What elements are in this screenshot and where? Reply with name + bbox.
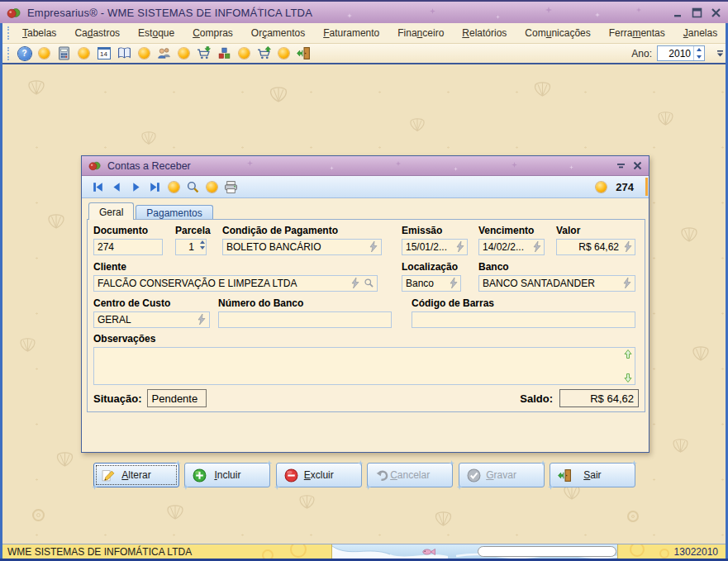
menu-item-cadastros[interactable]: Cadastros <box>65 24 129 42</box>
menu-item-compras[interactable]: Compras <box>183 24 242 42</box>
menu-item-tabelas[interactable]: Tabelas <box>13 24 65 42</box>
field-emissao: Emissão <box>402 225 468 255</box>
desktop-area: Contas a Receber <box>2 64 726 544</box>
menu-item-financeiro[interactable]: Financeiro <box>388 24 453 42</box>
progress-bar <box>478 546 616 557</box>
year-spin-down[interactable] <box>694 54 704 61</box>
minimize-icon[interactable] <box>673 7 683 18</box>
observacoes-textarea[interactable] <box>93 347 635 385</box>
application-window: { "window": { "title": "Empresarius® - W… <box>0 0 728 561</box>
users-icon[interactable] <box>157 46 171 60</box>
window-border-left <box>0 23 2 559</box>
menu-item-comunicacoes[interactable]: Comunicações <box>516 24 599 42</box>
dialog-body: Geral Pagamentos Documento Parcela <box>82 198 649 453</box>
parcela-spin-up[interactable] <box>200 240 205 244</box>
menu-item-relatorios[interactable]: Relatórios <box>453 24 516 42</box>
contas-a-receber-dialog: Contas a Receber <box>81 155 649 453</box>
calendar-icon[interactable]: 14 <box>97 46 111 60</box>
statusbar-water-panel <box>332 544 617 559</box>
app-logo-icon <box>7 6 21 20</box>
centro-custo-input[interactable] <box>93 311 210 328</box>
cliente-search-icon[interactable] <box>364 278 374 288</box>
book-icon[interactable] <box>117 46 131 60</box>
dialog-close-icon[interactable] <box>633 161 642 170</box>
exit-door-icon[interactable] <box>297 46 311 60</box>
separator-sun-icon <box>239 48 250 59</box>
lightning-fill-icon[interactable] <box>350 278 360 289</box>
lightning-fill-icon[interactable] <box>197 314 207 326</box>
situacao-label: Situação: <box>93 392 142 405</box>
help-icon[interactable]: ? <box>17 46 31 60</box>
record-sun-icon <box>596 182 607 193</box>
excluir-button[interactable]: Excluir <box>276 463 362 487</box>
codigo-barras-input[interactable] <box>412 311 635 328</box>
statusbar-company-panel: WME SISTEMAS DE INFOMÁTICA LTDA <box>2 544 332 559</box>
year-input[interactable] <box>658 48 693 59</box>
cliente-input[interactable] <box>93 275 378 292</box>
year-spinner <box>657 45 705 61</box>
calculator-icon[interactable] <box>57 46 71 60</box>
search-icon[interactable] <box>186 180 200 194</box>
pencil-icon <box>102 468 116 483</box>
menu-item-faturamento[interactable]: Faturamento <box>314 24 388 42</box>
menu-item-orcamentos[interactable]: Orçamentos <box>242 24 314 42</box>
maximize-icon[interactable] <box>692 7 702 18</box>
previous-record-icon[interactable] <box>110 180 124 194</box>
exit-door-icon <box>558 468 572 483</box>
dialog-titlebar: Contas a Receber <box>82 156 649 176</box>
numero-banco-input[interactable] <box>218 311 392 328</box>
lightning-fill-icon[interactable] <box>369 241 378 253</box>
lightning-fill-icon[interactable] <box>449 278 459 289</box>
lightning-fill-icon[interactable] <box>623 241 633 253</box>
toolbar-grip-handle[interactable] <box>7 47 10 60</box>
field-numero-banco: Número do Banco <box>218 297 392 328</box>
minus-icon <box>284 468 298 483</box>
dialog-button-row: Alterar Incluir <box>93 463 635 487</box>
dialog-logo-icon <box>88 159 101 172</box>
separator-sun-icon <box>139 48 150 59</box>
condicao-input[interactable] <box>222 239 382 255</box>
cubes-icon[interactable] <box>217 46 231 60</box>
situacao-value: Pendente <box>147 389 207 407</box>
year-spin-up[interactable] <box>694 46 704 54</box>
year-label: Ano: <box>631 48 652 59</box>
separator-sun-icon <box>79 48 89 59</box>
documento-input[interactable] <box>93 239 163 255</box>
last-record-icon[interactable] <box>148 180 162 194</box>
check-icon <box>467 468 481 483</box>
scroll-up-icon[interactable] <box>624 349 632 359</box>
field-documento: Documento <box>93 225 163 255</box>
separator-sun-icon <box>169 182 179 193</box>
alterar-button[interactable]: Alterar <box>93 463 179 487</box>
field-codigo-barras: Código de Barras <box>412 297 635 328</box>
cancelar-button: Cancelar <box>367 463 453 487</box>
menu-item-estoque[interactable]: Estoque <box>129 24 183 42</box>
sair-button[interactable]: Sair <box>550 463 635 487</box>
print-icon[interactable] <box>224 180 238 194</box>
field-cliente: Cliente <box>93 261 378 292</box>
parcela-spin-down[interactable] <box>200 246 205 250</box>
lightning-fill-icon[interactable] <box>622 278 632 289</box>
separator-sun-icon <box>207 182 217 193</box>
swirl-decoration <box>290 544 307 558</box>
menu-item-janelas[interactable]: Janelas <box>674 24 726 42</box>
incluir-button[interactable]: Incluir <box>184 463 270 487</box>
next-record-icon[interactable] <box>129 180 143 194</box>
first-record-icon[interactable] <box>91 180 105 194</box>
tab-geral[interactable]: Geral <box>88 202 134 220</box>
menubar-grip-handle[interactable] <box>7 26 9 40</box>
toolbar-overflow-icon[interactable] <box>716 50 724 58</box>
menu-item-ferramentas[interactable]: Ferramentas <box>600 24 674 42</box>
cart-arrow-down-icon[interactable] <box>197 46 211 60</box>
lightning-fill-icon[interactable] <box>455 241 465 253</box>
field-centro-custo: Centro de Custo <box>93 297 210 328</box>
field-localizacao: Localização <box>402 261 461 292</box>
lightning-fill-icon[interactable] <box>532 241 542 253</box>
tab-pagamentos[interactable]: Pagamentos <box>136 205 212 220</box>
close-icon[interactable] <box>711 7 721 18</box>
scroll-down-icon[interactable] <box>624 373 632 383</box>
statusbar-company: WME SISTEMAS DE INFOMÁTICA LTDA <box>7 546 192 558</box>
banco-input[interactable] <box>478 275 635 292</box>
cart-arrow-up-icon[interactable] <box>257 46 271 60</box>
rollup-icon[interactable] <box>616 161 626 170</box>
